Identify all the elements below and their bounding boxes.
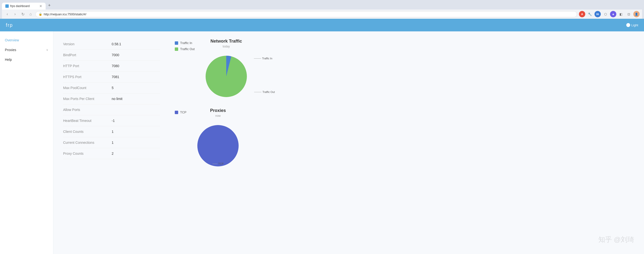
label-httpsport: HTTPS Port xyxy=(63,75,112,79)
app-header: frp Light xyxy=(0,19,644,31)
app: frp Light Overview Proxies ∨ Help xyxy=(0,19,644,254)
label-maxportsperclient: Max Ports Per Client xyxy=(63,97,112,101)
legend-traffic-out: Traffic Out xyxy=(175,47,195,51)
traffic-in-pie-label-text: Traffic In xyxy=(262,57,272,60)
value-heartbeat: -1 xyxy=(112,119,114,123)
tcp-pie-label-text: TCP xyxy=(218,162,224,165)
nav-home-button[interactable]: ⌂ xyxy=(28,11,34,17)
legend-traffic-out-dot xyxy=(175,47,178,51)
address-bar[interactable]: 🔒 http://neijuan.icu:7500/static/#/ xyxy=(36,11,577,17)
network-traffic-block: Traffic In Traffic Out Network Traffic t… xyxy=(175,39,634,101)
info-row-clientcounts: Client Counts 1 xyxy=(63,126,160,137)
info-row-allowports: Allow Ports xyxy=(63,104,160,115)
info-table: Version 0.58.1 BindPort 7000 HTTP Port 7… xyxy=(63,39,160,248)
label-clientcounts: Client Counts xyxy=(63,130,112,134)
address-text: http://neijuan.icu:7500/static/#/ xyxy=(44,13,86,16)
app-logo: frp xyxy=(6,22,13,28)
legend-tcp-dot xyxy=(175,111,178,114)
info-row-version: Version 0.58.1 xyxy=(63,39,160,50)
charts-section: Traffic In Traffic Out Network Traffic t… xyxy=(175,39,634,248)
value-httpport: 7080 xyxy=(112,64,119,68)
adblock-icon[interactable]: A xyxy=(579,11,585,17)
tab-title: frps dashboard xyxy=(10,4,30,8)
label-allowports: Allow Ports xyxy=(63,108,112,112)
legend-tcp-label: TCP xyxy=(180,110,186,114)
new-tab-button[interactable]: + xyxy=(46,2,53,10)
sidebar-item-overview-label: Overview xyxy=(5,38,19,42)
network-traffic-legend: Traffic In Traffic Out xyxy=(175,39,195,51)
ia-icon[interactable]: IA xyxy=(594,11,601,17)
info-row-httpsport: HTTPS Port 7081 xyxy=(63,72,160,82)
proxies-subtitle: now xyxy=(215,114,221,117)
nav-forward-button[interactable]: › xyxy=(12,11,18,17)
info-row-httpport: HTTP Port 7080 xyxy=(63,61,160,72)
browser-tabs: frps dashboard ✕ + xyxy=(2,2,642,10)
tcp-circle xyxy=(197,125,238,166)
info-row-maxpoolcount: Max PoolCount 5 xyxy=(63,82,160,93)
value-version: 0.58.1 xyxy=(112,42,121,46)
chevron-down-icon: ∨ xyxy=(46,48,48,52)
ext2-icon[interactable]: ⬡ xyxy=(602,11,608,17)
main-content: Version 0.58.1 BindPort 7000 HTTP Port 7… xyxy=(54,31,644,254)
sidebar-item-help[interactable]: Help xyxy=(0,55,53,64)
label-proxycounts: Proxy Counts xyxy=(63,152,112,156)
value-httpsport: 7081 xyxy=(112,75,119,79)
legend-tcp: TCP xyxy=(175,110,186,114)
proxies-block: TCP Proxies now TCP xyxy=(175,108,634,170)
tab-favicon xyxy=(5,4,9,8)
proxies-chart: Proxies now TCP xyxy=(194,108,242,170)
label-maxpoolcount: Max PoolCount xyxy=(63,86,112,90)
sidebar-item-help-label: Help xyxy=(5,58,12,62)
ext4-icon[interactable]: ◧ xyxy=(618,11,624,17)
value-currentconn: 1 xyxy=(112,141,114,145)
network-traffic-subtitle: today xyxy=(222,45,230,48)
value-maxportsperclient: no limit xyxy=(112,97,122,101)
traffic-out-pie-label-text: Traffic Out xyxy=(262,90,275,93)
ext5-icon[interactable]: ⊡ xyxy=(626,11,632,17)
legend-traffic-in: Traffic In xyxy=(175,41,195,45)
address-lock-icon: 🔒 xyxy=(38,13,42,16)
sidebar-item-overview[interactable]: Overview xyxy=(0,35,53,45)
info-row-maxpersperclient: Max Ports Per Client no limit xyxy=(63,93,160,104)
traffic-pie-wrapper: Traffic In Traffic Out xyxy=(202,52,250,101)
proxies-legend: TCP xyxy=(175,108,186,114)
traffic-pie-svg xyxy=(202,52,250,101)
label-bindport: BindPort xyxy=(63,53,112,57)
ext1-icon[interactable]: 🔧 xyxy=(587,11,593,17)
browser-toolbar: ‹ › ↻ ⌂ 🔒 http://neijuan.icu:7500/static… xyxy=(2,10,642,19)
legend-traffic-in-label: Traffic In xyxy=(180,41,192,45)
tcp-pie-label: TCP xyxy=(212,162,224,165)
tab-close-button[interactable]: ✕ xyxy=(39,4,42,8)
label-heartbeat: HeartBeat Timeout xyxy=(63,119,112,123)
proxies-pie-wrapper: TCP xyxy=(194,121,242,170)
sidebar-item-proxies[interactable]: Proxies ∨ xyxy=(0,45,53,55)
info-row-proxycounts: Proxy Counts 2 xyxy=(63,148,160,159)
ext3-icon[interactable]: ◈ xyxy=(610,11,616,17)
label-version: Version xyxy=(63,42,112,46)
avatar-icon[interactable]: 👤 xyxy=(633,11,640,17)
toggle-circle-icon xyxy=(626,23,630,27)
network-traffic-chart: Network Traffic today xyxy=(202,39,250,101)
active-tab[interactable]: frps dashboard ✕ xyxy=(2,3,46,10)
value-maxpoolcount: 5 xyxy=(112,86,114,90)
header-right: Light xyxy=(626,23,638,27)
info-row-heartbeat: HeartBeat Timeout -1 xyxy=(63,115,160,126)
info-row-currentconn: Current Connections 1 xyxy=(63,137,160,148)
traffic-in-pie-label: Traffic In xyxy=(254,57,272,60)
light-toggle-label: Light xyxy=(632,23,638,27)
toolbar-icons: A 🔧 IA ⬡ ◈ ◧ ⊡ 👤 xyxy=(579,11,640,17)
legend-traffic-in-dot xyxy=(175,41,178,45)
value-proxycounts: 2 xyxy=(112,152,114,156)
nav-back-button[interactable]: ‹ xyxy=(4,11,10,17)
light-toggle[interactable]: Light xyxy=(626,23,638,27)
nav-refresh-button[interactable]: ↻ xyxy=(20,11,26,17)
traffic-out-pie-label: Traffic Out xyxy=(254,90,275,93)
app-body: Overview Proxies ∨ Help Version 0.58.1 B… xyxy=(0,31,644,254)
legend-traffic-out-label: Traffic Out xyxy=(180,47,195,51)
proxies-title: Proxies xyxy=(210,108,226,113)
browser-chrome: frps dashboard ✕ + ‹ › ↻ ⌂ 🔒 http://neij… xyxy=(0,0,644,19)
label-httpport: HTTP Port xyxy=(63,64,112,68)
sidebar-item-proxies-label: Proxies xyxy=(5,48,16,52)
value-clientcounts: 1 xyxy=(112,130,114,134)
value-bindport: 7000 xyxy=(112,53,119,57)
